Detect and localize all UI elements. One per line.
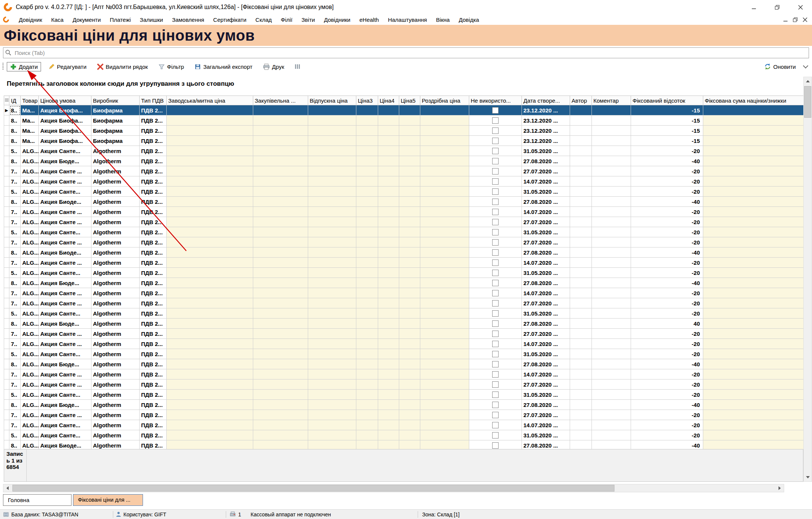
table-row[interactable]: 7..ALG...Акция Санте ...AlgothermПДВ 2..… [4, 369, 804, 379]
cell-fixed-markup-sum[interactable] [703, 207, 804, 217]
cell-price-6[interactable] [399, 430, 420, 440]
cell-comment[interactable] [592, 156, 631, 166]
cell-manufacturer[interactable]: Algotherm [91, 268, 140, 278]
table-row[interactable]: 7..ALG...Акция Санте ...AlgothermПДВ 2..… [4, 379, 804, 390]
cell-author[interactable] [570, 207, 592, 217]
cell-manufacturer[interactable]: Algotherm [91, 187, 140, 197]
cell-comment[interactable] [592, 349, 631, 359]
cell-id[interactable]: 8.. [9, 115, 21, 126]
cell-comment[interactable] [592, 126, 631, 136]
cell-vat-type[interactable]: ПДВ 2... [140, 440, 167, 449]
cell-price-7[interactable] [420, 288, 469, 298]
cell-price-6[interactable] [399, 176, 420, 187]
cell-date-created[interactable]: 14.07.2020 ... [522, 207, 570, 217]
table-row[interactable]: 7..ALG...Акция Санте ...AlgothermПДВ 2..… [4, 288, 804, 298]
search-input[interactable] [3, 47, 809, 58]
scroll-down-button[interactable] [804, 473, 812, 481]
cell-product[interactable]: Ма... [21, 115, 39, 126]
cell-author[interactable] [570, 339, 592, 349]
cell-price-3[interactable] [308, 420, 356, 430]
cell-price-5[interactable] [378, 440, 399, 449]
cell-price-5[interactable] [378, 420, 399, 430]
cell-id[interactable]: 5.. [9, 308, 21, 319]
cell-not-used[interactable] [469, 440, 522, 449]
cell-comment[interactable] [592, 420, 631, 430]
cell-price-2[interactable] [253, 268, 308, 278]
cell-id[interactable]: 7.. [9, 369, 21, 379]
cell-id[interactable]: 7.. [9, 339, 21, 349]
scroll-right-button[interactable] [776, 484, 784, 492]
cell-price-2[interactable] [253, 146, 308, 156]
cell-not-used[interactable] [469, 410, 522, 420]
cell-price-5[interactable] [378, 278, 399, 288]
cell-vat-type[interactable]: ПДВ 2... [140, 349, 167, 359]
cell-manufacturer[interactable]: Algotherm [91, 258, 140, 268]
cell-price-4[interactable] [356, 420, 378, 430]
cell-id[interactable]: 7.. [9, 420, 21, 430]
cell-price-1[interactable] [167, 268, 253, 278]
cell-price-6[interactable] [399, 115, 420, 126]
cell-price-1[interactable] [167, 115, 253, 126]
cell-id[interactable]: 7.. [9, 379, 21, 390]
cell-manufacturer[interactable]: Биофарма [91, 115, 140, 126]
cell-date-created[interactable]: 27.08.2020 ... [522, 247, 570, 258]
cell-author[interactable] [570, 227, 592, 237]
cell-price-4[interactable] [356, 146, 378, 156]
cell-author[interactable] [570, 197, 592, 207]
cell-price-1[interactable] [167, 298, 253, 308]
cell-price-1[interactable] [167, 359, 253, 369]
cell-price-6[interactable] [399, 349, 420, 359]
cell-comment[interactable] [592, 207, 631, 217]
cell-comment[interactable] [592, 237, 631, 247]
cell-date-created[interactable]: 31.05.2020 ... [522, 227, 570, 237]
cell-price-7[interactable] [420, 197, 469, 207]
unused-checkbox[interactable] [492, 280, 499, 286]
table-row[interactable]: 7..ALG...Акция Санте ...AlgothermПДВ 2..… [4, 258, 804, 268]
cell-price-3[interactable] [308, 115, 356, 126]
cell-vat-type[interactable]: ПДВ 2... [140, 329, 167, 339]
cell-price-6[interactable] [399, 400, 420, 410]
cell-price-2[interactable] [253, 187, 308, 197]
cell-price-1[interactable] [167, 379, 253, 390]
menu-item-3[interactable]: Документи [68, 15, 105, 24]
cell-fixed-markup-sum[interactable] [703, 420, 804, 430]
cell-price-2[interactable] [253, 227, 308, 237]
cell-manufacturer[interactable]: Algotherm [91, 278, 140, 288]
cell-price-3[interactable] [308, 440, 356, 449]
cell-price-4[interactable] [356, 319, 378, 329]
unused-checkbox[interactable] [492, 260, 499, 266]
cell-price-3[interactable] [308, 349, 356, 359]
cell-product[interactable]: ALG... [21, 298, 39, 308]
cell-author[interactable] [570, 237, 592, 247]
cell-price-condition[interactable]: Акция Санте ... [39, 410, 91, 420]
cell-comment[interactable] [592, 359, 631, 369]
column-header-18[interactable]: Фіксована сума націнки/знижки [703, 96, 804, 105]
cell-product[interactable]: ALG... [21, 268, 39, 278]
cell-product[interactable]: ALG... [21, 359, 39, 369]
cell-not-used[interactable] [469, 115, 522, 126]
column-header-7[interactable]: Закупівельна ... [253, 96, 308, 105]
cell-date-created[interactable]: 14.07.2020 ... [522, 176, 570, 187]
cell-vat-type[interactable]: ПДВ 2... [140, 420, 167, 430]
cell-fixed-markup-sum[interactable] [703, 156, 804, 166]
cell-price-6[interactable] [399, 247, 420, 258]
cell-price-condition[interactable]: Акция Санте ... [39, 258, 91, 268]
cell-price-5[interactable] [378, 359, 399, 369]
cell-price-3[interactable] [308, 308, 356, 319]
cell-price-1[interactable] [167, 308, 253, 319]
cell-price-2[interactable] [253, 126, 308, 136]
table-row[interactable]: 8..ALG...Акция Бюде...AlgothermПДВ 2...2… [4, 156, 804, 166]
cell-author[interactable] [570, 390, 592, 400]
table-row[interactable]: 5..ALG...Акция Санте...AlgothermПДВ 2...… [4, 146, 804, 156]
cell-date-created[interactable]: 23.12.2020 ... [522, 136, 570, 146]
table-row[interactable]: 5..ALG...Акция Санте...AlgothermПДВ 2...… [4, 187, 804, 197]
cell-price-5[interactable] [378, 156, 399, 166]
cell-author[interactable] [570, 298, 592, 308]
cell-price-7[interactable] [420, 319, 469, 329]
cell-fixed-markup-sum[interactable] [703, 308, 804, 319]
cell-manufacturer[interactable]: Algotherm [91, 400, 140, 410]
cell-price-4[interactable] [356, 298, 378, 308]
cell-price-2[interactable] [253, 237, 308, 247]
cell-author[interactable] [570, 288, 592, 298]
cell-price-4[interactable] [356, 379, 378, 390]
